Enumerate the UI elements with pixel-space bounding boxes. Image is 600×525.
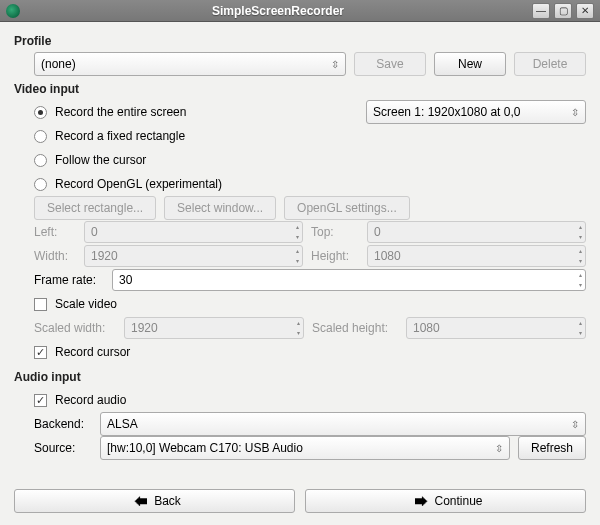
save-button: Save [354, 52, 426, 76]
audio-title: Audio input [14, 370, 586, 384]
label-scaled-height: Scaled height: [312, 321, 398, 335]
app-icon [6, 4, 20, 18]
label-frame-rate: Frame rate: [34, 273, 104, 287]
titlebar: SimpleScreenRecorder — ▢ ✕ [0, 0, 600, 22]
video-title: Video input [14, 82, 586, 96]
select-window-button: Select window... [164, 196, 276, 220]
window-title: SimpleScreenRecorder [28, 4, 528, 18]
label-record-cursor: Record cursor [55, 345, 130, 359]
maximize-button[interactable]: ▢ [554, 3, 572, 19]
video-input-section: Video input Record the entire screen Scr… [14, 82, 586, 364]
label-entire-screen: Record the entire screen [55, 105, 358, 119]
back-label: Back [154, 494, 181, 508]
label-scale-video: Scale video [55, 297, 117, 311]
record-audio-checkbox[interactable] [34, 394, 47, 407]
source-value: [hw:10,0] Webcam C170: USB Audio [107, 441, 303, 455]
label-backend: Backend: [34, 417, 92, 431]
profile-title: Profile [14, 34, 586, 48]
left-input [84, 221, 303, 243]
close-button[interactable]: ✕ [576, 3, 594, 19]
radio-opengl[interactable] [34, 178, 47, 191]
radio-fixed-rectangle[interactable] [34, 130, 47, 143]
backend-value: ALSA [107, 417, 138, 431]
back-button[interactable]: 🡄Back [14, 489, 295, 513]
back-arrow-icon: 🡄 [134, 493, 148, 509]
label-record-audio: Record audio [55, 393, 126, 407]
radio-follow-cursor[interactable] [34, 154, 47, 167]
scaled-height-input [406, 317, 586, 339]
audio-input-section: Audio input Record audio Backend: ALSA S… [14, 370, 586, 460]
opengl-settings-button: OpenGL settings... [284, 196, 410, 220]
record-cursor-checkbox[interactable] [34, 346, 47, 359]
screen-selected-value: Screen 1: 1920x1080 at 0,0 [373, 105, 520, 119]
width-input [84, 245, 303, 267]
label-follow-cursor: Follow the cursor [55, 153, 146, 167]
height-input [367, 245, 586, 267]
label-width: Width: [34, 249, 76, 263]
profile-select[interactable]: (none) [34, 52, 346, 76]
backend-select[interactable]: ALSA [100, 412, 586, 436]
select-rectangle-button: Select rectangle... [34, 196, 156, 220]
label-top: Top: [311, 225, 359, 239]
label-opengl: Record OpenGL (experimental) [55, 177, 222, 191]
screen-select[interactable]: Screen 1: 1920x1080 at 0,0 [366, 100, 586, 124]
continue-label: Continue [434, 494, 482, 508]
delete-button: Delete [514, 52, 586, 76]
forward-arrow-icon: 🡆 [414, 493, 428, 509]
continue-button[interactable]: 🡆Continue [305, 489, 586, 513]
label-source: Source: [34, 441, 92, 455]
profile-selected-value: (none) [41, 57, 76, 71]
refresh-button[interactable]: Refresh [518, 436, 586, 460]
footer-nav: 🡄Back 🡆Continue [14, 489, 586, 513]
minimize-button[interactable]: — [532, 3, 550, 19]
new-button[interactable]: New [434, 52, 506, 76]
label-left: Left: [34, 225, 76, 239]
label-height: Height: [311, 249, 359, 263]
radio-entire-screen[interactable] [34, 106, 47, 119]
label-scaled-width: Scaled width: [34, 321, 116, 335]
frame-rate-input[interactable] [112, 269, 586, 291]
scaled-width-input [124, 317, 304, 339]
source-select[interactable]: [hw:10,0] Webcam C170: USB Audio [100, 436, 510, 460]
profile-section: Profile (none) Save New Delete [14, 34, 586, 76]
top-input [367, 221, 586, 243]
scale-video-checkbox[interactable] [34, 298, 47, 311]
label-fixed-rectangle: Record a fixed rectangle [55, 129, 185, 143]
